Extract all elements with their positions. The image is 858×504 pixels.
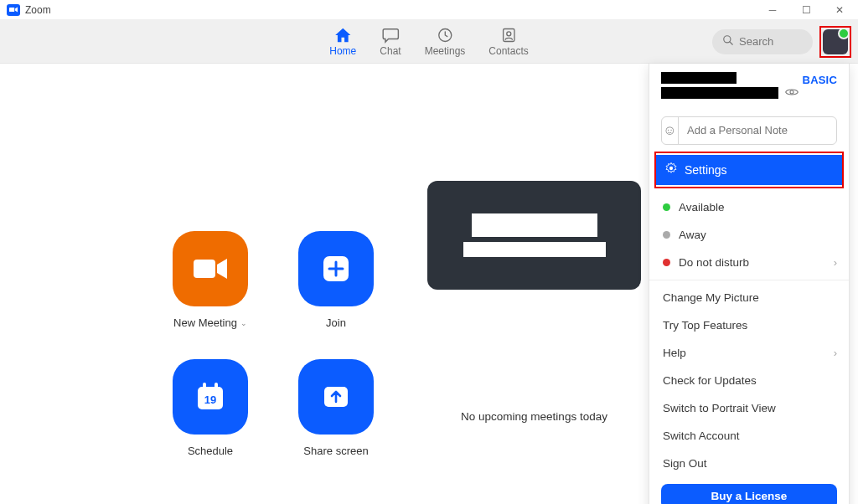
schedule-label: Schedule [188, 445, 233, 457]
profile-avatar-button[interactable] [823, 29, 848, 54]
home-icon [333, 27, 353, 44]
settings-menu-item[interactable]: Settings [654, 155, 844, 185]
schedule-button[interactable]: 19 Schedule [156, 359, 265, 457]
emoji-icon[interactable]: ☺ [662, 117, 679, 144]
menu-separator [649, 280, 849, 280]
check-updates-menu-item[interactable]: Check for Updates [649, 367, 849, 394]
top-toolbar: Home Chat Meetings Contacts Search [0, 20, 858, 64]
maximize-button[interactable]: ☐ [791, 1, 821, 19]
change-picture-menu-item[interactable]: Change My Picture [649, 284, 849, 311]
profile-avatar-highlight [819, 26, 851, 58]
upcoming-meetings-panel: No upcoming meetings today [427, 181, 641, 504]
join-button[interactable]: Join [282, 231, 390, 329]
clock-card [427, 181, 641, 290]
chevron-down-icon[interactable]: ⌄ [240, 319, 247, 327]
svg-text:19: 19 [204, 393, 216, 406]
svg-rect-0 [9, 8, 14, 12]
switch-account-menu-item[interactable]: Switch Account [649, 422, 849, 450]
status-do-not-disturb[interactable]: Do not disturb › [649, 249, 849, 276]
search-input[interactable]: Search [712, 29, 813, 54]
profile-name-redacted [661, 72, 737, 84]
status-dot-gray [663, 231, 670, 239]
tab-meetings-label: Meetings [425, 45, 466, 57]
plan-badge: BASIC [803, 74, 837, 86]
new-meeting-label: New Meeting [173, 316, 237, 329]
tab-contacts-label: Contacts [488, 45, 528, 57]
tab-chat[interactable]: Chat [380, 27, 401, 57]
buy-license-button[interactable]: Buy a License [661, 484, 837, 504]
svg-point-13 [669, 167, 673, 170]
tab-home[interactable]: Home [329, 27, 356, 57]
search-icon [722, 34, 734, 49]
tab-chat-label: Chat [380, 45, 401, 57]
svg-point-12 [790, 90, 793, 94]
share-screen-button[interactable]: Share screen [282, 359, 390, 457]
window-title: Zoom [25, 4, 51, 16]
status-dot-red [663, 259, 670, 266]
svg-point-3 [507, 31, 511, 35]
help-menu-item[interactable]: Help› [649, 339, 849, 367]
video-icon [173, 231, 248, 306]
tab-home-label: Home [329, 45, 356, 57]
clock-card-date-redacted [463, 242, 606, 257]
settings-highlight: Settings [649, 155, 849, 185]
contacts-icon [499, 27, 519, 44]
chevron-right-icon: › [834, 256, 837, 269]
svg-rect-8 [203, 383, 206, 389]
new-meeting-button[interactable]: New Meeting ⌄ [156, 231, 265, 329]
minimize-button[interactable]: ─ [757, 1, 788, 19]
share-arrow-icon [298, 359, 374, 435]
reveal-email-icon[interactable] [785, 85, 799, 100]
profile-dropdown: BASIC ☺ Settings Available Away Do not d… [649, 64, 850, 504]
join-label: Join [326, 316, 346, 329]
sign-out-menu-item[interactable]: Sign Out [649, 450, 849, 477]
status-dot-green [663, 203, 670, 211]
profile-email-redacted [661, 87, 778, 99]
search-placeholder: Search [739, 35, 773, 48]
chat-icon [380, 27, 401, 44]
share-screen-label: Share screen [303, 445, 368, 457]
status-available[interactable]: Available [649, 193, 849, 221]
plus-icon [298, 231, 374, 306]
tab-meetings[interactable]: Meetings [425, 27, 466, 57]
svg-rect-5 [194, 260, 215, 278]
chevron-right-icon: › [834, 347, 837, 359]
zoom-app-icon [7, 4, 20, 16]
personal-note-input[interactable] [679, 124, 836, 136]
top-features-menu-item[interactable]: Try Top Features [649, 311, 849, 339]
title-bar: Zoom ─ ☐ ✕ [0, 0, 858, 20]
svg-rect-9 [214, 383, 218, 389]
personal-note-field[interactable]: ☺ [661, 116, 837, 145]
calendar-icon: 19 [173, 359, 248, 435]
gear-icon [664, 162, 678, 177]
clock-icon [435, 27, 455, 44]
tab-contacts[interactable]: Contacts [488, 27, 528, 57]
portrait-view-menu-item[interactable]: Switch to Portrait View [649, 394, 849, 422]
status-away[interactable]: Away [649, 221, 849, 249]
no-meetings-text: No upcoming meetings today [427, 410, 641, 423]
clock-card-time-redacted [472, 213, 597, 237]
settings-label: Settings [685, 163, 727, 177]
close-button[interactable]: ✕ [824, 1, 855, 19]
